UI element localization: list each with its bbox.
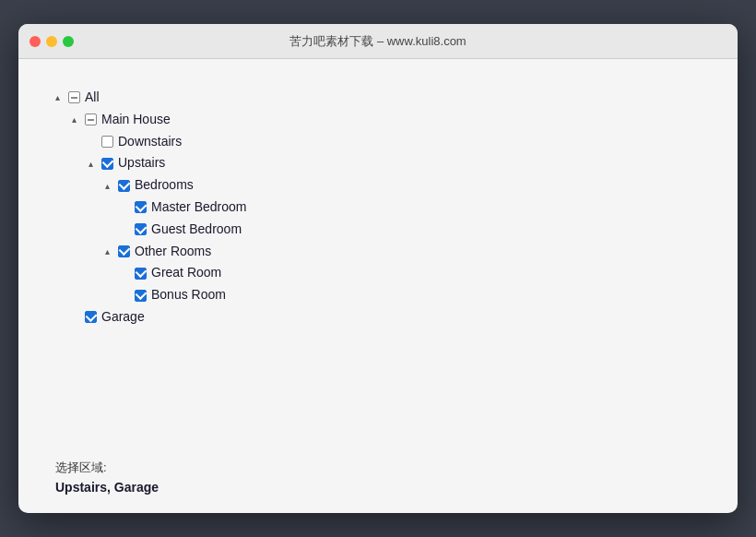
minimize-button[interactable] bbox=[46, 36, 57, 47]
tree-item-garage[interactable]: Garage bbox=[55, 306, 701, 328]
app-window: 苦力吧素材下载 – www.kuli8.com ▴All▴Main HouseD… bbox=[18, 24, 738, 513]
checkbox-main-house[interactable] bbox=[85, 113, 97, 125]
tree-item-other-rooms[interactable]: ▴Other Rooms bbox=[55, 241, 701, 263]
tree-item-bonus-room[interactable]: Bonus Room bbox=[55, 284, 701, 306]
expand-arrow-icon[interactable]: ▴ bbox=[105, 244, 118, 259]
titlebar: 苦力吧素材下载 – www.kuli8.com bbox=[18, 24, 738, 59]
checkbox-master-bedroom[interactable] bbox=[135, 201, 147, 213]
checkbox-great-room[interactable] bbox=[135, 268, 147, 280]
selected-info-section: 选择区域: Upstairs, Garage bbox=[55, 450, 701, 495]
checkbox-bonus-room[interactable] bbox=[135, 290, 147, 302]
checkbox-icon bbox=[101, 158, 113, 170]
tree-item-label: Downstairs bbox=[118, 131, 182, 153]
tree-item-label: Garage bbox=[101, 306, 145, 328]
checkbox-icon bbox=[135, 268, 147, 280]
tree-item-label: Guest Bedroom bbox=[151, 219, 242, 241]
expand-arrow-icon[interactable]: ▴ bbox=[89, 156, 101, 172]
checkbox-icon bbox=[118, 245, 130, 257]
tree-item-great-room[interactable]: Great Room bbox=[55, 262, 701, 284]
tree-item-guest-bedroom[interactable]: Guest Bedroom bbox=[55, 219, 701, 241]
checkbox-icon bbox=[135, 223, 147, 235]
checkbox-guest-bedroom[interactable] bbox=[135, 223, 147, 235]
checkbox-bedrooms[interactable] bbox=[118, 180, 130, 192]
checkbox-icon bbox=[118, 180, 130, 192]
traffic-lights bbox=[30, 36, 74, 47]
checkbox-all[interactable] bbox=[68, 91, 80, 103]
checkbox-icon bbox=[101, 136, 113, 148]
tree-item-main-house[interactable]: ▴Main House bbox=[55, 109, 701, 131]
checkbox-upstairs[interactable] bbox=[101, 158, 113, 170]
selected-value: Upstairs, Garage bbox=[55, 480, 701, 495]
tree-item-label: All bbox=[85, 87, 100, 109]
expand-arrow-icon[interactable]: ▴ bbox=[55, 90, 68, 105]
tree-item-downstairs[interactable]: Downstairs bbox=[55, 131, 701, 153]
checkbox-icon bbox=[135, 290, 147, 302]
tree-item-label: Great Room bbox=[151, 262, 221, 284]
tree-item-label: Master Bedroom bbox=[151, 197, 246, 219]
close-button[interactable] bbox=[30, 36, 41, 47]
tree-item-master-bedroom[interactable]: Master Bedroom bbox=[55, 197, 701, 219]
window-title: 苦力吧素材下载 – www.kuli8.com bbox=[289, 33, 466, 50]
tree-item-label: Other Rooms bbox=[135, 241, 211, 263]
tree-item-upstairs[interactable]: ▴Upstairs bbox=[55, 152, 701, 174]
tree-view: ▴All▴Main HouseDownstairs▴Upstairs▴Bedro… bbox=[55, 87, 701, 432]
checkbox-icon bbox=[85, 311, 97, 323]
tree-item-label: Bonus Room bbox=[151, 284, 226, 306]
checkbox-icon bbox=[135, 201, 147, 213]
selected-label: 选择区域: bbox=[55, 459, 701, 476]
tree-item-label: Bedrooms bbox=[135, 174, 194, 197]
tree-item-label: Main House bbox=[101, 109, 171, 131]
tree-item-bedrooms[interactable]: ▴Bedrooms bbox=[55, 174, 701, 197]
expand-arrow-icon[interactable]: ▴ bbox=[72, 112, 85, 127]
checkbox-icon bbox=[68, 91, 80, 103]
tree-item-label: Upstairs bbox=[118, 152, 165, 174]
maximize-button[interactable] bbox=[63, 36, 74, 47]
checkbox-garage[interactable] bbox=[85, 311, 97, 323]
tree-item-all[interactable]: ▴All bbox=[55, 87, 701, 109]
expand-arrow-icon[interactable]: ▴ bbox=[105, 178, 118, 194]
checkbox-icon bbox=[85, 113, 97, 125]
checkbox-downstairs[interactable] bbox=[101, 136, 113, 148]
main-content: ▴All▴Main HouseDownstairs▴Upstairs▴Bedro… bbox=[18, 59, 738, 513]
checkbox-other-rooms[interactable] bbox=[118, 245, 130, 257]
